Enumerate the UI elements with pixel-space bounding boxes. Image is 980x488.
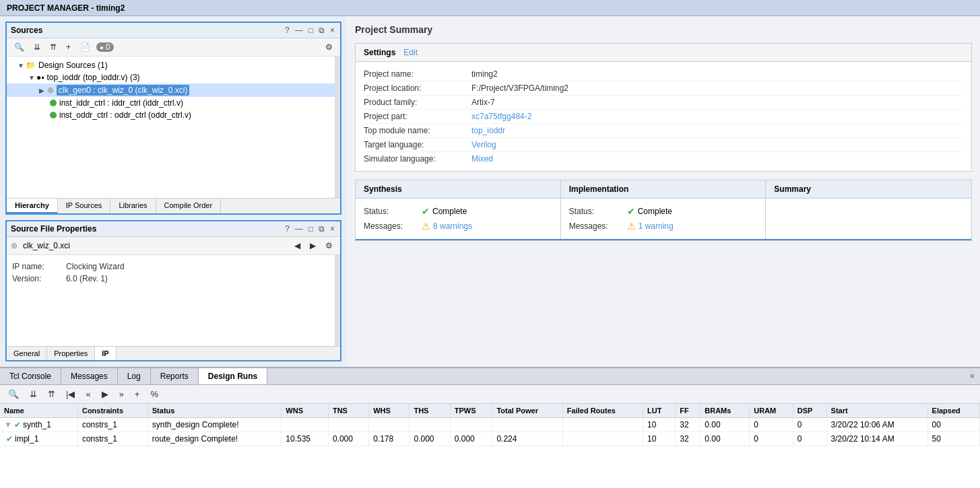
runs-expand-btn[interactable]: ⇈ xyxy=(44,387,59,401)
tab-reports[interactable]: Reports xyxy=(151,368,199,384)
sources-restore-icon[interactable]: □ xyxy=(307,25,315,36)
synthesis-body: Status: ✔ Complete Messages: ⚠ xyxy=(356,199,561,239)
runs-add-btn[interactable]: + xyxy=(131,387,144,401)
cell-ths xyxy=(410,418,450,432)
summary-project-name: Project name: timing2 xyxy=(364,67,963,81)
synth-messages-text[interactable]: 8 warnings xyxy=(433,221,472,231)
oddr-dot-icon xyxy=(50,112,57,118)
cell-total-power xyxy=(492,418,562,432)
runs-run-btn[interactable]: ▶ xyxy=(98,387,112,401)
tab-log[interactable]: Log xyxy=(118,368,151,384)
sfp-panel: Source File Properties ? — □ ⧉ × ⊕ clk_w… xyxy=(5,220,341,361)
tree-item-clk-gen0[interactable]: ▶ ⊕ clk_gen0 : clk_wiz_0 (clk_wiz_0.xci) xyxy=(7,83,340,97)
iddr-dot-icon xyxy=(50,100,57,106)
bottom-close-btn[interactable]: × xyxy=(965,368,980,384)
sfp-restore-icon[interactable]: □ xyxy=(307,223,315,234)
tab-messages[interactable]: Messages xyxy=(61,368,118,384)
sfp-scrollbar[interactable] xyxy=(335,255,340,346)
cell-start: 3/20/22 10:14 AM xyxy=(826,432,927,446)
settings-title: Settings xyxy=(364,48,395,57)
tab-design-runs[interactable]: Design Runs xyxy=(199,368,267,384)
tab-libraries[interactable]: Libraries xyxy=(110,199,156,213)
sfp-popout-icon[interactable]: ⧉ xyxy=(317,223,326,234)
tree-item-top-ioddr[interactable]: ▼ ●▪ top_ioddr (top_ioddr.v) (3) xyxy=(7,71,340,83)
cell-tpws xyxy=(450,418,492,432)
cell-ths: 0.000 xyxy=(410,432,450,446)
sources-help-icon[interactable]: ? xyxy=(284,25,291,36)
cell-status: route_design Complete! xyxy=(148,432,282,446)
summary-col: Summary xyxy=(766,180,971,239)
runs-percent-btn[interactable]: % xyxy=(146,387,162,401)
table-row[interactable]: ▼ ✔ synth_1 constrs_1 synth_design Compl… xyxy=(0,418,980,432)
sources-panel: Sources ? — □ ⧉ × 🔍 ⇊ ⇈ + 📄 ● 0 xyxy=(5,22,341,215)
table-row[interactable]: ✔ impl_1 constrs_1 route_design Complete… xyxy=(0,432,980,446)
sources-popout-icon[interactable]: ⧉ xyxy=(317,25,326,36)
title-text: PROJECT MANAGER - timing2 xyxy=(7,3,125,13)
tree-item-oddr-ctrl[interactable]: inst_oddr_ctrl : oddr_ctrl (oddr_ctrl.v) xyxy=(7,109,340,121)
tab-compile-order[interactable]: Compile Order xyxy=(156,199,222,213)
cell-wns: 10.535 xyxy=(282,432,329,446)
sources-gear-btn[interactable]: ⚙ xyxy=(322,40,336,54)
run-name-label: impl_1 xyxy=(15,434,38,444)
sfp-forward-btn[interactable]: ▶ xyxy=(306,239,319,252)
sfp-gear-btn[interactable]: ⚙ xyxy=(322,239,336,252)
synth-messages-value: ⚠ 8 warnings xyxy=(422,221,472,232)
runs-collapse-btn[interactable]: ⇊ xyxy=(26,387,41,401)
sfp-tab-properties[interactable]: Properties xyxy=(47,347,95,360)
synthesis-header: Synthesis xyxy=(356,180,561,199)
sources-minimize-icon[interactable]: — xyxy=(294,25,304,36)
summary-project-location: Project location: F:/Project/V3FPGA/timi… xyxy=(364,81,963,96)
sources-collapse-btn[interactable]: ⇊ xyxy=(30,40,44,54)
cell-elapsed: 00 xyxy=(927,418,979,432)
sfp-file-icon: ⊕ xyxy=(11,241,18,250)
impl-messages-label: Messages: xyxy=(569,221,623,231)
sources-file-btn[interactable]: 📄 xyxy=(77,40,94,54)
design-sources-header[interactable]: ▼ 📁 Design Sources (1) xyxy=(7,59,340,71)
sfp-minimize-icon[interactable]: — xyxy=(294,223,304,234)
sfp-back-btn[interactable]: ◀ xyxy=(291,239,304,252)
prop-ip-name: IP name: Clocking Wizard xyxy=(12,260,335,273)
sources-close-icon[interactable]: × xyxy=(329,25,336,36)
col-tns: TNS xyxy=(328,404,368,418)
edit-link[interactable]: Edit xyxy=(403,48,418,57)
cell-lut: 10 xyxy=(643,432,676,446)
tab-tcl-console[interactable]: Tcl Console xyxy=(0,368,61,384)
sfp-help-icon[interactable]: ? xyxy=(284,223,291,234)
runs-table: Name Constraints Status WNS TNS WHS THS … xyxy=(0,404,980,446)
col-ff: FF xyxy=(676,404,700,418)
run-check-icon: ✔ xyxy=(14,420,21,429)
tree-item-iddr-ctrl[interactable]: inst_iddr_ctrl : iddr_ctrl (iddr_ctrl.v) xyxy=(7,97,340,109)
runs-first-btn[interactable]: |◀ xyxy=(62,387,79,401)
sfp-tab-general[interactable]: General xyxy=(7,347,47,360)
runs-prev-btn[interactable]: « xyxy=(81,387,94,401)
sfp-close-icon[interactable]: × xyxy=(329,223,336,234)
runs-search-btn[interactable]: 🔍 xyxy=(4,387,23,401)
tab-hierarchy[interactable]: Hierarchy xyxy=(7,199,58,213)
sources-badge: ● 0 xyxy=(96,42,114,52)
runs-next-btn[interactable]: » xyxy=(115,387,128,401)
col-constraints: Constraints xyxy=(77,404,148,418)
sources-search-btn[interactable]: 🔍 xyxy=(11,40,28,54)
value-top-module[interactable]: top_ioddr xyxy=(471,126,505,135)
impl-messages-text[interactable]: 1 warning xyxy=(639,221,674,231)
impl-warn-icon: ⚠ xyxy=(627,221,636,232)
sfp-tab-ip[interactable]: IP xyxy=(95,347,116,360)
synth-messages-label: Messages: xyxy=(364,221,418,231)
summary-target-language: Target language: Verilog xyxy=(364,138,963,152)
cell-wns xyxy=(282,418,329,432)
sources-add-btn[interactable]: + xyxy=(63,40,74,54)
sources-scrollbar[interactable] xyxy=(335,57,340,198)
sources-expand-btn[interactable]: ⇈ xyxy=(46,40,60,54)
run-name-label: synth_1 xyxy=(23,420,51,429)
tab-ip-sources[interactable]: IP Sources xyxy=(58,199,111,213)
impl-status-label: Status: xyxy=(569,207,623,216)
settings-section: Settings Edit Project name: timing2 Proj… xyxy=(355,43,972,172)
tree-arrow-top-ioddr: ▼ xyxy=(28,74,36,81)
col-uram: URAM xyxy=(750,404,793,418)
value-simulator-language[interactable]: Mixed xyxy=(471,154,493,164)
cell-failed-routes xyxy=(562,418,643,432)
cell-start: 3/20/22 10:06 AM xyxy=(826,418,927,432)
sources-toolbar: 🔍 ⇊ ⇈ + 📄 ● 0 ⚙ xyxy=(7,38,340,57)
value-project-part[interactable]: xc7a75tfgg484-2 xyxy=(471,112,531,121)
value-target-language[interactable]: Verilog xyxy=(471,140,496,149)
